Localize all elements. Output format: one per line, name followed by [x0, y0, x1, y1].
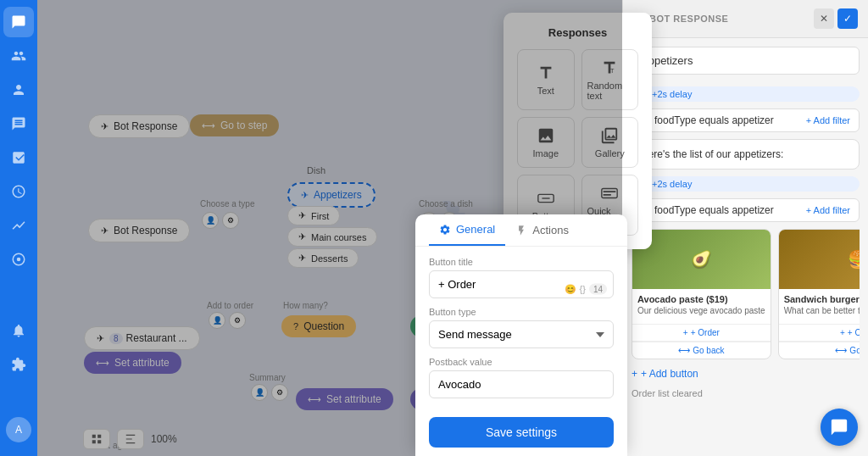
status-cleared: Order list cleared	[632, 388, 860, 398]
card-burger-order-label: + Order	[848, 328, 860, 337]
sidebar-icon-clock[interactable]	[3, 176, 34, 207]
bot-panel-close-btn[interactable]: ✕	[814, 8, 834, 29]
modal-body: Button title 😊 {} 14 Button type Send me…	[415, 247, 627, 417]
card-burger: 🍔 Sandwich burger ($23) What can be bett…	[778, 229, 860, 359]
message-bubble-1-text: Here's the list of our appetizers:	[641, 148, 783, 160]
sidebar-icon-chat[interactable]	[3, 7, 34, 37]
add-button-row[interactable]: + + Add button	[632, 368, 860, 380]
card-burger-desc: What can be better than a tiny burgers?	[784, 306, 860, 315]
card-avocado-back-label: Go back	[693, 346, 724, 355]
modal-input-icons: 😊 {} 14	[565, 283, 607, 294]
sidebar-icon-chart[interactable]	[3, 210, 34, 241]
modal-button-title-field-wrap: 😊 {} 14	[429, 270, 614, 307]
card-burger-back-btn[interactable]: ⟷Go back	[779, 342, 860, 359]
card-avocado: 🥑 Avocado paste ($19) Our delicious vege…	[632, 229, 771, 359]
delay-2-text: +2s delay	[652, 179, 692, 189]
filter-text-2: foodType equals appetizer	[654, 204, 774, 216]
modal-button-title-label: Button title	[429, 257, 614, 267]
filter-row-2: ↳ foodType equals appetizer + Add filter	[632, 198, 860, 222]
variable-icon[interactable]: {}	[580, 284, 586, 294]
bot-panel-header: ✈ BOT RESPONSE ✕ ✓	[623, 0, 868, 38]
card-burger-back-label: Go back	[849, 346, 860, 355]
modal-button-type-select[interactable]: Send message Go to step Open URL Call ph…	[429, 320, 614, 348]
filter-row-1: ↳ foodType equals appetizer + Add filter	[632, 108, 860, 132]
sidebar-icon-person[interactable]	[3, 75, 34, 105]
sidebar-icon-nodes[interactable]	[3, 244, 34, 275]
sidebar-icon-bubble[interactable]	[3, 108, 34, 139]
sidebar-icon-bell[interactable]	[3, 315, 34, 346]
emoji-icon[interactable]: 😊	[565, 283, 576, 294]
sidebar: A	[0, 0, 37, 456]
svg-point-0	[17, 258, 21, 262]
card-avocado-order-label: + Order	[691, 328, 720, 337]
card-avocado-order-btn[interactable]: ++ Order	[632, 324, 771, 341]
char-count: 14	[589, 283, 607, 294]
bot-panel-check-btn[interactable]: ✓	[837, 8, 858, 29]
sidebar-avatar[interactable]: A	[6, 417, 31, 442]
card-burger-image: 🍔	[779, 230, 860, 289]
sidebar-icon-users[interactable]	[3, 41, 34, 71]
card-avocado-desc: Our delicious vege avocado paste	[637, 306, 765, 315]
add-button-label: + Add button	[641, 368, 698, 380]
card-burger-order-btn[interactable]: ++ Order	[779, 324, 860, 341]
card-avocado-back-btn[interactable]: ⟷Go back	[632, 342, 771, 359]
bot-panel-title: BOT RESPONSE	[649, 14, 810, 24]
modal-postback-input[interactable]	[429, 370, 614, 398]
modal-tab-actions[interactable]: Actions	[505, 214, 579, 246]
general-actions-modal: General Actions Button title 😊 {} 14 But…	[415, 214, 627, 456]
add-filter-btn-1[interactable]: + Add filter	[806, 115, 850, 125]
delay-badge-1: +2s delay	[632, 86, 860, 102]
chat-fab[interactable]	[821, 409, 858, 446]
delay-badge-2: +2s delay	[632, 176, 860, 192]
modal-tab-actions-label: Actions	[532, 224, 569, 236]
filter-text-1: foodType equals appetizer	[654, 114, 774, 126]
sidebar-icon-plugin[interactable]	[3, 349, 34, 380]
modal-postback-label: Postback value	[429, 357, 614, 367]
sidebar-icon-layers[interactable]	[3, 142, 34, 173]
add-filter-btn-2[interactable]: + Add filter	[806, 205, 850, 215]
bot-panel: ✈ BOT RESPONSE ✕ ✓ +2s delay ↳ foodType …	[622, 0, 868, 456]
bot-panel-name-input[interactable]	[632, 47, 860, 75]
cards-container: 🥑 Avocado paste ($19) Our delicious vege…	[632, 229, 860, 359]
modal-tab-general[interactable]: General	[429, 214, 505, 246]
modal-tabs: General Actions	[415, 214, 627, 247]
card-avocado-image: 🥑	[632, 230, 771, 289]
card-burger-title: Sandwich burger ($23)	[784, 294, 860, 304]
delay-1-text: +2s delay	[652, 89, 692, 99]
modal-button-type-label: Button type	[429, 307, 614, 317]
modal-tab-general-label: General	[456, 223, 495, 236]
message-bubble-1: Here's the list of our appetizers:	[632, 139, 860, 170]
save-settings-btn[interactable]: Save settings	[429, 417, 614, 448]
card-avocado-title: Avocado paste ($19)	[637, 294, 765, 304]
